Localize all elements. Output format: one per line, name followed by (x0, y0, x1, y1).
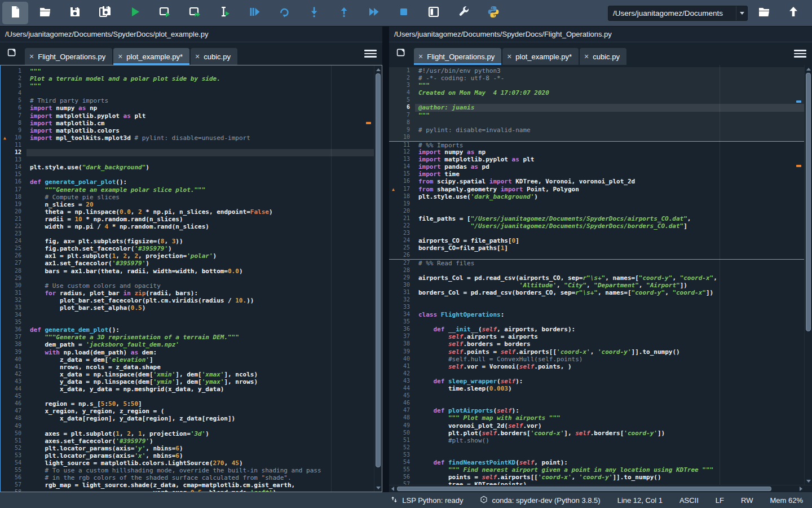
code-line-47[interactable]: 47 x_region, y_region, z_region = ( (1, 408, 374, 415)
code-line-38[interactable]: 38 self.borders = borders (389, 340, 804, 348)
close-tab-icon[interactable]: × (507, 52, 511, 60)
code-line-21[interactable]: 21file_paths = ["/Users/juanitagomez/Doc… (389, 215, 804, 222)
code-line-35[interactable]: 35 (389, 318, 804, 326)
tab-cubic-py[interactable]: ×cubic.py (191, 48, 237, 65)
code-line-15[interactable]: 15 (1, 171, 374, 178)
code-line-6[interactable]: 6@author: juanis (389, 104, 804, 111)
code-line-22[interactable]: 22 width = np.pi / 4 * np.random.rand(n_… (1, 223, 374, 230)
browse-tabs-button[interactable] (394, 46, 408, 61)
code-line-36[interactable]: 36def generate_dem_plot(): (1, 326, 374, 334)
code-line-29[interactable]: 29 (1, 275, 374, 282)
code-line-37[interactable]: 37 """Generate a 3D reprisentation of a … (1, 334, 374, 341)
code-line-41[interactable]: 41 nrows, ncols = z_data.shape (1, 364, 374, 371)
python-interpreter-button[interactable] (480, 2, 506, 24)
scroll-track[interactable] (375, 73, 381, 484)
close-tab-icon[interactable]: × (118, 52, 122, 60)
code-line-38[interactable]: 38 dem_path = 'jacksboro_fault_dem.npz' (1, 341, 374, 348)
save-all-button[interactable] (92, 2, 118, 24)
tab-plot-example-py-[interactable]: ×plot_example.py* (113, 48, 189, 65)
code-line-48[interactable]: 48 x_data[region], y_data[region], z_dat… (1, 415, 374, 422)
code-line-26[interactable]: 26 ax1 = plt.subplot(1, 2, 2, projection… (1, 252, 374, 260)
code-line-17[interactable]: 17 """Generate an example polar slice pl… (1, 186, 374, 194)
code-line-8[interactable]: 8import matplotlib.cm (1, 120, 374, 127)
code-editor-right[interactable]: 1#!/usr/bin/env python32# -*- coding: ut… (389, 65, 812, 485)
code-line-6[interactable]: 6import numpy as np (1, 104, 374, 112)
debug-continue-button[interactable] (361, 2, 387, 24)
code-line-7[interactable]: 7""" (389, 112, 804, 119)
code-line-51[interactable]: 51 axes.set_facecolor('#395979') (1, 437, 374, 445)
scroll-right-arrow[interactable] (797, 485, 804, 492)
run-button[interactable] (122, 2, 148, 24)
code-line-50[interactable]: 50 axes = plt.subplot(1, 2, 1, projectio… (1, 430, 374, 437)
code-line-29[interactable]: 29airports_Col = pd.read_csv(airports_CO… (389, 274, 804, 282)
code-line-14[interactable]: 14import pandas as pd (389, 163, 804, 170)
working-directory-combobox[interactable]: /Users/juanitagomez/Documents (608, 6, 748, 21)
code-line-23[interactable]: 23 (1, 230, 374, 238)
code-line-32[interactable]: 32 (389, 296, 804, 304)
tab-flight-operations-py[interactable]: ×Flight_Operations.py (414, 48, 501, 65)
code-line-12[interactable]: 12import numpy as np (389, 148, 804, 156)
code-line-43[interactable]: 43 def sleep_wrapper(self): (389, 378, 804, 385)
code-line-49[interactable]: 49 (1, 423, 374, 430)
code-line-33[interactable]: 33 (389, 304, 804, 311)
scroll-track[interactable] (805, 73, 811, 477)
code-line-27[interactable]: 27 ax1.set_facecolor('#395979') (1, 260, 374, 267)
code-line-24[interactable]: 24airports_CO = file_paths[0] (389, 237, 804, 244)
code-line-39[interactable]: 39 self.points = self.airports[['coord-x… (389, 348, 804, 356)
code-line-53[interactable]: 53 (389, 452, 804, 459)
tab-cubic-py[interactable]: ×cubic.py (580, 48, 626, 65)
run-cell-button[interactable] (152, 2, 178, 24)
run-selection-button[interactable] (211, 2, 237, 24)
code-line-1[interactable]: 1#!/usr/bin/env python3 (389, 67, 804, 75)
code-line-31[interactable]: 31borders_Col = pd.read_csv(borders_CO, … (389, 289, 804, 296)
code-line-13[interactable]: 13 (1, 156, 374, 164)
code-line-20[interactable]: 20 theta = np.linspace(0.0, 2 * np.pi, n… (1, 208, 374, 216)
horizontal-scroll-thumb[interactable] (397, 487, 771, 491)
code-editor-left[interactable]: 1"""2Plot a terrain model and a polar pl… (0, 65, 382, 492)
code-line-33[interactable]: 33 plot_bar.set_alpha(0.5) (1, 304, 374, 312)
code-line-24[interactable]: 24 fig, ax= plt.subplots(figsize=(8, 3)) (1, 238, 374, 245)
code-line-27[interactable]: 27# %% Read files (389, 259, 804, 266)
close-tab-icon[interactable]: × (584, 52, 589, 60)
code-line-52[interactable]: 52 (389, 444, 804, 452)
code-line-44[interactable]: 44 time.sleep(0.003) (389, 385, 804, 392)
code-line-44[interactable]: 44 x_data, y_data = np.meshgrid(x_data, … (1, 386, 374, 393)
code-line-56[interactable]: 56 points = self.airports[['coord-x', 'c… (389, 474, 804, 481)
code-line-40[interactable]: 40 z_data = dem['elevation'] (1, 356, 374, 364)
code-line-2[interactable]: 2# -*- coding: utf-8 -*- (389, 75, 804, 82)
code-line-55[interactable]: 55 # To use a custom hillshading mode, o… (1, 467, 374, 474)
code-line-35[interactable]: 35 (1, 319, 374, 326)
code-line-52[interactable]: 52 plt.locator_params(axis='y', nbins=6) (1, 445, 374, 452)
browse-directory-button[interactable] (751, 2, 777, 24)
code-line-58[interactable]: 58 vert_exag=0.5, blend_mode='soft') (1, 489, 374, 492)
scroll-up-arrow[interactable] (805, 65, 812, 72)
code-line-2[interactable]: 2Plot a terrain model and a polar plot s… (1, 75, 374, 82)
code-line-28[interactable]: 28 bars = ax1.bar(theta, radii, width=wi… (1, 268, 374, 275)
code-line-42[interactable]: 42 x_data = np.linspace(dem['xmin'], dem… (1, 371, 374, 378)
vertical-scroll-thumb[interactable] (806, 73, 811, 331)
code-line-42[interactable]: 42 (389, 370, 804, 378)
code-line-5[interactable]: 5# Third party imports (1, 97, 374, 104)
vertical-scrollbar[interactable] (804, 65, 812, 485)
scroll-up-arrow[interactable] (374, 66, 382, 73)
code-line-15[interactable]: 15import time (389, 170, 804, 178)
code-line-3[interactable]: 3""" (389, 82, 804, 89)
code-line-10[interactable]: ▲10import mpl_toolkits.mplot3d # pylint:… (1, 134, 374, 142)
code-line-17[interactable]: ▲17from shapely.geometry import Point, P… (389, 186, 804, 193)
code-line-40[interactable]: 40 #self.hull = ConvexHull(self.points) (389, 356, 804, 363)
code-line-20[interactable]: 20 (389, 208, 804, 215)
code-line-28[interactable]: 28 (389, 267, 804, 274)
code-line-50[interactable]: 50 plt.plot(self.borders['coord-x'], sel… (389, 430, 804, 437)
code-line-36[interactable]: 36 def __init__(self, airports, borders)… (389, 326, 804, 333)
code-line-1[interactable]: 1""" (1, 68, 374, 75)
code-line-4[interactable]: 4 (1, 90, 374, 97)
code-line-46[interactable]: 46 (389, 400, 804, 407)
code-line-49[interactable]: 49 voronoi_plot_2d(self.vor) (389, 422, 804, 430)
code-line-56[interactable]: 56 # in the rgb colors of the shaded sur… (1, 474, 374, 481)
scroll-down-arrow[interactable] (805, 478, 812, 484)
code-line-55[interactable]: 55 """ Find nearest airport given a poin… (389, 466, 804, 474)
code-line-45[interactable]: 45 (1, 393, 374, 400)
code-line-30[interactable]: 30 # Use custom colors and opacity (1, 282, 374, 290)
code-line-5[interactable]: 5 (389, 97, 804, 104)
code-line-34[interactable]: 34class FlightOperations: (389, 311, 804, 318)
